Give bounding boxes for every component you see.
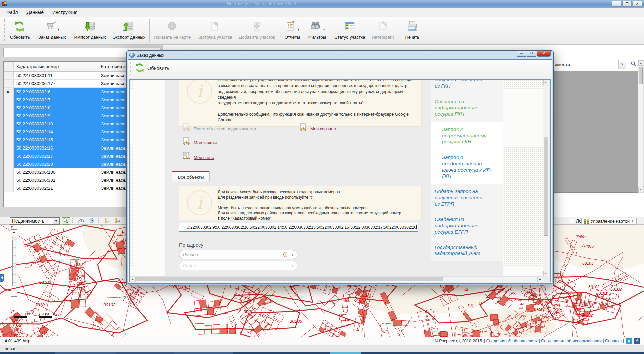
chevron-down-icon[interactable]: ▼ — [323, 28, 325, 31]
zoom-in-button[interactable]: + — [11, 229, 17, 236]
scroll-up-icon[interactable]: ▲ — [543, 80, 548, 85]
facebook-icon[interactable]: f — [634, 338, 640, 344]
interface-button[interactable]: Интерфейс — [368, 17, 398, 44]
chevron-down-icon[interactable]: ▼ — [291, 264, 294, 268]
sidebar-link[interactable]: Сведения из информационного ресурса ЕГРП — [431, 212, 503, 239]
chevron-down-icon[interactable]: ▼ — [57, 28, 60, 31]
payment-info-text: Размеры платы утверждены приказом Минэко… — [218, 79, 421, 126]
add-parcel-button[interactable]: Добавить участок — [236, 17, 278, 44]
menu-data[interactable]: Данные — [22, 8, 48, 16]
chevron-down-icon[interactable]: ▼ — [618, 60, 626, 69]
scroll-right-icon[interactable]: ▶ — [537, 277, 543, 282]
print-button[interactable]: Печать — [400, 17, 425, 44]
order-data-dialog: Заказ данных — ❐ ✕ Обновить i Размеры пл… — [126, 50, 554, 285]
sidebar-link[interactable]: получение сведений из ГКН — [431, 79, 503, 94]
sidebar-link[interactable]: Подать запрос на получение сведений из Е… — [431, 184, 503, 212]
order-data-button[interactable]: ▼ Заказ данных — [35, 17, 69, 44]
cadastral-number-input[interactable]: 0:22:0030302:9;50:22:0030302:10;50:22:00… — [179, 223, 418, 232]
status-link[interactable]: Сведения об обновлениях — [486, 339, 538, 343]
chevron-down-icon[interactable]: ▼ — [631, 220, 634, 223]
row-indicator-header — [4, 62, 14, 71]
scroll-left-icon[interactable]: ◀ — [130, 277, 136, 282]
scroll-down-icon[interactable]: ▼ — [543, 271, 548, 276]
refresh-button[interactable]: Обновить — [7, 17, 33, 44]
my-cart-link[interactable]: Моя корзина — [299, 123, 336, 134]
my-requests-link[interactable]: Мои заявки — [182, 137, 217, 148]
scale-mid-label: 0,15 — [25, 312, 32, 316]
report-icon — [285, 19, 296, 34]
measure-length-button[interactable]: М — [103, 217, 111, 225]
scroll-up-icon[interactable]: ▲ — [638, 60, 643, 66]
dialog-close-button[interactable]: ✕ — [537, 51, 551, 57]
map-tiles-icon — [584, 219, 589, 224]
minimize-button[interactable]: — — [612, 1, 621, 7]
svg-text:60103: 60103 — [588, 285, 600, 289]
import-data-button[interactable]: Импорт данных — [71, 17, 109, 44]
search-icon — [631, 61, 636, 68]
dialog-maximize-button[interactable]: ❐ — [527, 51, 536, 57]
scrollbar-thumb[interactable] — [544, 137, 548, 236]
scrollbar-thumb[interactable] — [136, 277, 443, 281]
modal-sidebar: получение сведений из ГКНСведения из инф… — [431, 79, 503, 261]
reports-button[interactable]: ▼ Отчеты — [280, 17, 305, 44]
maximize-button[interactable]: ❐ — [622, 1, 632, 7]
filters-button[interactable]: ▼ Фильтры — [305, 17, 329, 44]
status-link[interactable]: Справка — [605, 339, 622, 343]
district-combo[interactable]: Район ▼ — [179, 261, 297, 270]
dialog-icon — [129, 53, 135, 58]
dialog-horizontal-scrollbar[interactable]: ◀ ▶ — [130, 276, 543, 282]
menu-file[interactable]: Файл — [2, 8, 22, 16]
dialog-vertical-scrollbar[interactable]: ▲ ▼ — [543, 80, 549, 276]
identify-polygon-button[interactable]: ? — [88, 217, 96, 225]
scroll-down-icon[interactable]: ▼ — [638, 187, 643, 192]
parcel-status-button[interactable]: Статус участка — [331, 17, 368, 44]
chevron-down-icon[interactable]: ▼ — [291, 253, 294, 256]
svg-text:30102: 30102 — [103, 302, 116, 307]
dialog-content: i Размеры платы утверждены приказом Минэ… — [129, 79, 551, 282]
svg-text:М: М — [107, 220, 110, 223]
panel-collapse-tab[interactable] — [0, 274, 4, 282]
svg-text:?: ? — [67, 220, 69, 223]
svg-text:М²: М² — [117, 220, 120, 223]
legend-checkbox[interactable] — [570, 219, 574, 223]
layer-select[interactable]: Недвижимость ▼ — [10, 217, 60, 225]
chevron-down-icon[interactable]: ▼ — [53, 218, 59, 224]
dialog-minimize-button[interactable]: — — [517, 51, 526, 57]
sidebar-link[interactable]: Запрос к информационному ресурсу ГКН — [431, 122, 503, 150]
scrollbar-thumb[interactable] — [639, 67, 643, 84]
svg-text:52: 52 — [464, 288, 468, 291]
parcel-card-button[interactable]: Карточка участка — [194, 17, 235, 44]
my-accounts-link[interactable]: Мои счета — [182, 152, 214, 163]
detail-panel-empty — [554, 71, 638, 193]
region-combo[interactable]: Регион ! ▼ — [179, 250, 297, 259]
search-button[interactable] — [629, 60, 638, 69]
close-button[interactable]: ✕ — [633, 1, 642, 7]
column-header-cadastral[interactable]: Кадастровый номер — [14, 62, 98, 71]
chevron-down-icon[interactable]: ▼ — [297, 28, 300, 31]
zoom-out-button[interactable]: − — [11, 290, 17, 297]
status-link[interactable]: Соглашение об использовании — [541, 339, 602, 343]
twitter-icon[interactable] — [626, 338, 632, 344]
map-manage-button[interactable]: Управление картой ▼ — [581, 218, 637, 225]
show-on-map-button[interactable]: Показать на карте — [150, 17, 194, 44]
tab-all-objects[interactable]: Все объекты — [172, 171, 210, 182]
scales-doc-icon — [182, 152, 191, 163]
dialog-refresh-button[interactable]: Обновить — [135, 63, 169, 74]
cart-icon — [44, 20, 56, 33]
sidebar-link[interactable]: Сведения из информационного ресурса ГКН — [431, 94, 503, 122]
sidebar-link[interactable]: Государственный кадастровый учет — [431, 240, 503, 261]
dialog-titlebar[interactable]: Заказ данных — ❐ ✕ — [127, 51, 553, 59]
measure-area-button[interactable]: М² — [113, 217, 122, 225]
svg-text:386: 386 — [527, 291, 532, 295]
svg-text:92: 92 — [282, 297, 285, 301]
identify-tool-button[interactable]: ? — [62, 217, 70, 225]
measure-curve-button[interactable]: ? — [77, 217, 86, 225]
svg-text:30103: 30103 — [39, 280, 51, 285]
zoom-slider[interactable] — [12, 237, 16, 286]
right-scrollbar[interactable]: ▲ ▼ — [638, 60, 644, 193]
sidebar-link[interactable]: Запрос о предоставлении ключа доступа к … — [431, 150, 503, 184]
bottom-status-text: новая — [5, 346, 16, 351]
menu-instruction[interactable]: Инструкция — [48, 8, 82, 16]
export-data-button[interactable]: Экспорт данных — [109, 17, 149, 44]
zoom-slider-thumb[interactable] — [12, 238, 17, 240]
